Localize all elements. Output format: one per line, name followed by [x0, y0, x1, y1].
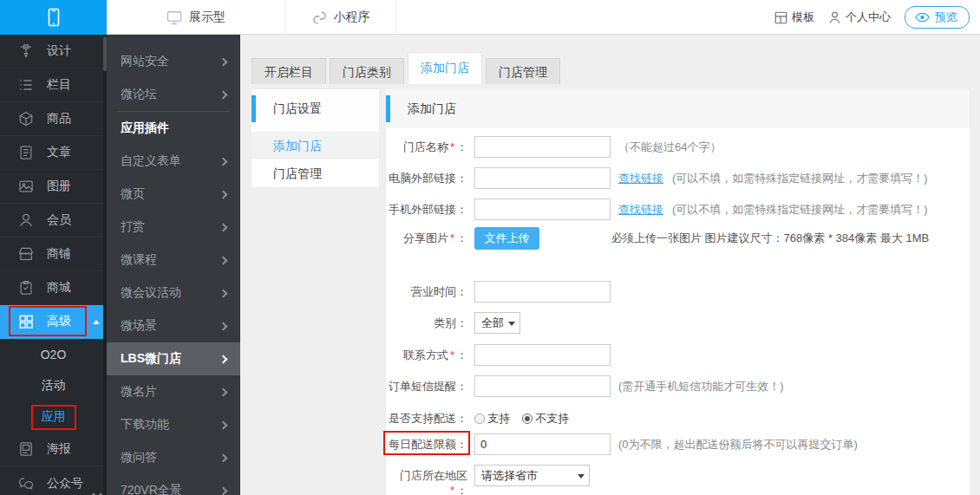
- sidebar-subitem-label: 活动: [42, 378, 66, 394]
- tab-store-management[interactable]: 门店管理: [486, 58, 560, 84]
- submenu-item-vr720[interactable]: 720VR全景: [107, 474, 240, 495]
- field-label: 是否支持配送：: [386, 407, 467, 429]
- submenu-item-label: 微场景: [121, 318, 220, 334]
- panel-item-add-store[interactable]: 添加门店: [252, 132, 379, 160]
- tab-store-category[interactable]: 门店类别: [330, 58, 404, 84]
- form-row-store-name: 门店名称*： （不能超过64个字）: [386, 136, 970, 159]
- radio-icon: [522, 414, 532, 424]
- submenu-item-micro-card[interactable]: 微名片: [107, 375, 240, 408]
- submenu-item-qa[interactable]: 微问答: [107, 441, 240, 474]
- form-row-mobile-link: 手机外部链接： 查找链接(可以不填，如需特殊指定链接网址，才需要填写！): [386, 199, 970, 221]
- preview-button[interactable]: 预览: [905, 6, 970, 29]
- submenu-item-site-security[interactable]: 网站安全: [107, 45, 240, 78]
- store-name-input[interactable]: [474, 136, 611, 158]
- topbar-tab-display[interactable]: 展示型: [107, 0, 286, 35]
- panel-item-store-management[interactable]: 门店管理: [252, 160, 379, 187]
- sidebar-item-members[interactable]: 会员: [0, 204, 107, 238]
- profile-button[interactable]: 个人中心: [828, 10, 891, 25]
- contact-input[interactable]: [474, 344, 611, 366]
- form-row-pc-link: 电脑外部链接： 查找链接(可以不填，如需特殊指定链接网址，才需要填写！): [386, 167, 970, 190]
- find-link-button[interactable]: 查找链接: [618, 172, 663, 185]
- submenu-item-download[interactable]: 下载功能: [107, 408, 240, 441]
- field-label: 门店所在地区 *：: [386, 465, 467, 495]
- sidebar-item-label: 图册: [47, 179, 71, 194]
- submenu-item-label: 720VR全景: [121, 483, 220, 495]
- tab-add-store[interactable]: 添加门店: [408, 52, 482, 84]
- sidebar-item-advanced[interactable]: 高级: [0, 305, 107, 339]
- accent-bar: [386, 95, 390, 122]
- radio-support[interactable]: 支持: [474, 407, 510, 429]
- sidebar-subitem-activity[interactable]: 活动: [0, 370, 107, 401]
- radio-icon: [474, 414, 485, 424]
- sidebar-item-label: 公众号: [47, 476, 83, 492]
- submenu-item-micro-course[interactable]: 微课程: [107, 244, 240, 277]
- submenu-item-forum[interactable]: 微论坛: [107, 78, 240, 111]
- submenu-item-label: 自定义表单: [121, 153, 220, 169]
- panel-title-label: 门店设置: [273, 101, 322, 115]
- sidebar-item-columns[interactable]: 栏目: [0, 68, 107, 102]
- field-extra: 查找链接(可以不填，如需特殊指定链接网址，才需要填写！): [618, 167, 928, 189]
- sidebar-item-mall[interactable]: 商城: [0, 271, 107, 305]
- album-icon: [17, 178, 35, 195]
- submenu-item-micro-page[interactable]: 微页: [107, 178, 240, 211]
- primary-sidebar: 设计 栏目 商品 文章: [0, 35, 107, 495]
- tab-open-columns[interactable]: 开启栏目: [252, 58, 326, 84]
- sidebar-item-articles[interactable]: 文章: [0, 136, 107, 170]
- chevron-right-icon: [219, 190, 228, 199]
- sidebar-item-label: 商城: [47, 280, 71, 296]
- submenu-item-micro-meeting[interactable]: 微会议活动: [107, 277, 240, 309]
- add-store-form: 添加门店 门店名称*： （不能超过64个字） 电脑外部链接： 查找链接(可以不填…: [386, 89, 970, 495]
- mall-icon: [17, 279, 35, 296]
- field-label: 每日配送限额：: [386, 433, 467, 455]
- submenu-item-lbs-store[interactable]: LBS微门店: [107, 342, 240, 375]
- business-hours-input[interactable]: [474, 281, 611, 303]
- sidebar-item-shops[interactable]: 商铺: [0, 238, 107, 271]
- shop-icon: [17, 245, 35, 263]
- field-hint: （不能超过64个字）: [618, 136, 721, 158]
- tab-label: 门店管理: [499, 65, 547, 79]
- sms-remind-input[interactable]: [474, 375, 611, 397]
- topbar-tab-miniprogram-label: 小程序: [334, 10, 370, 25]
- mobile-link-input[interactable]: [474, 199, 611, 220]
- submenu-item-custom-form[interactable]: 自定义表单: [107, 145, 240, 178]
- sidebar-item-poster[interactable]: 海报: [0, 433, 107, 466]
- list-icon: [17, 76, 35, 94]
- sidebar-item-gallery[interactable]: 图册: [0, 170, 107, 204]
- category-select[interactable]: 全部: [474, 312, 520, 334]
- field-label: 联系方式*：: [386, 344, 467, 366]
- submenu-item-label: LBS微门店: [121, 351, 220, 367]
- submenu-item-reward[interactable]: 打赏: [107, 211, 240, 244]
- sidebar-subitem-label: O2O: [41, 348, 67, 361]
- secondary-sidebar: 网站安全 微论坛 应用插件 自定义表单 微页 打赏 微课程 微会议活动: [107, 35, 240, 495]
- submenu-section-plugins: 应用插件: [107, 112, 240, 145]
- grid-icon: [17, 313, 35, 330]
- mobile-icon: [46, 8, 62, 27]
- panel-item-label: 门店管理: [273, 166, 322, 180]
- chevron-right-icon: [219, 57, 228, 66]
- template-button[interactable]: 模板: [774, 10, 814, 25]
- radio-no-support[interactable]: 不支持: [522, 407, 569, 429]
- sidebar-item-goods[interactable]: 商品: [0, 102, 107, 136]
- sidebar-subitem-o2o[interactable]: O2O: [0, 339, 107, 370]
- content-tabs: 开启栏目 门店类别 添加门店 门店管理: [252, 52, 560, 84]
- preview-button-label: 预览: [935, 10, 957, 25]
- submenu-item-label: 网站安全: [121, 54, 220, 69]
- chevron-right-icon: [219, 157, 228, 166]
- find-link-button[interactable]: 查找链接: [618, 203, 663, 216]
- sidebar-item-design[interactable]: 设计: [0, 35, 107, 68]
- topbar-tab-mobile[interactable]: [0, 0, 107, 35]
- chevron-right-icon: [219, 420, 228, 429]
- select-value: 全部: [481, 316, 504, 329]
- form-title-label: 添加门店: [408, 101, 456, 115]
- submenu-item-micro-scene[interactable]: 微场景: [107, 309, 240, 342]
- wechat-icon: [17, 475, 35, 492]
- sidebar-subitem-apps[interactable]: 应用: [0, 401, 107, 433]
- sidebar-item-official-account[interactable]: 公众号: [0, 466, 107, 495]
- daily-delivery-limit-input[interactable]: [474, 433, 611, 455]
- file-upload-button[interactable]: 文件上传: [474, 227, 539, 250]
- topbar: 展示型 小程序 模板: [0, 0, 980, 35]
- region-select[interactable]: 请选择省市: [474, 465, 590, 486]
- pc-link-input[interactable]: [474, 167, 611, 189]
- sidebar-item-label: 商铺: [47, 246, 71, 262]
- topbar-tab-miniprogram[interactable]: 小程序: [286, 0, 396, 35]
